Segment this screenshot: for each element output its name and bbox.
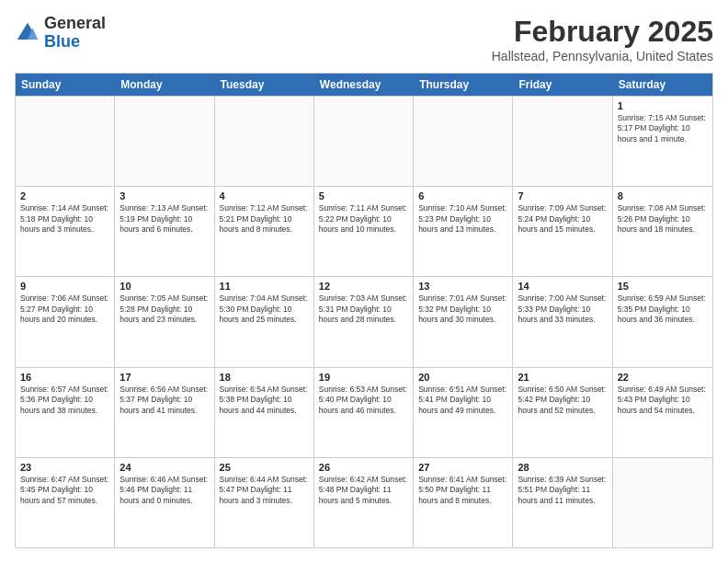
day-cell-1: 1Sunrise: 7:15 AM Sunset: 5:17 PM Daylig… bbox=[613, 97, 712, 186]
calendar-row-3: 16Sunrise: 6:57 AM Sunset: 5:36 PM Dayli… bbox=[16, 367, 712, 457]
day-number: 6 bbox=[418, 190, 507, 201]
day-number: 16 bbox=[20, 372, 109, 383]
day-info: Sunrise: 7:10 AM Sunset: 5:23 PM Dayligh… bbox=[418, 203, 507, 235]
weekday-header-thursday: Thursday bbox=[414, 74, 513, 96]
day-number: 17 bbox=[119, 372, 209, 383]
day-cell-5: 5Sunrise: 7:11 AM Sunset: 5:22 PM Daylig… bbox=[314, 187, 414, 276]
empty-cell-4-6 bbox=[613, 458, 712, 547]
day-number: 1 bbox=[618, 100, 708, 111]
day-info: Sunrise: 6:51 AM Sunset: 5:41 PM Dayligh… bbox=[418, 385, 507, 416]
calendar-body: 1Sunrise: 7:15 AM Sunset: 5:17 PM Daylig… bbox=[16, 96, 712, 547]
weekday-header-tuesday: Tuesday bbox=[215, 74, 314, 96]
logo-icon bbox=[15, 20, 40, 46]
title-block: February 2025 Hallstead, Pennsylvania, U… bbox=[492, 15, 713, 63]
day-number: 4 bbox=[220, 190, 309, 201]
day-info: Sunrise: 6:59 AM Sunset: 5:35 PM Dayligh… bbox=[618, 293, 708, 325]
calendar-row-4: 23Sunrise: 6:47 AM Sunset: 5:45 PM Dayli… bbox=[16, 457, 712, 547]
calendar-row-2: 9Sunrise: 7:06 AM Sunset: 5:27 PM Daylig… bbox=[16, 276, 712, 366]
day-cell-24: 24Sunrise: 6:46 AM Sunset: 5:46 PM Dayli… bbox=[115, 458, 214, 547]
weekday-header-friday: Friday bbox=[513, 74, 612, 96]
day-number: 22 bbox=[618, 372, 708, 383]
day-info: Sunrise: 6:46 AM Sunset: 5:46 PM Dayligh… bbox=[119, 475, 209, 506]
weekday-header-wednesday: Wednesday bbox=[314, 74, 414, 96]
day-number: 24 bbox=[119, 462, 209, 473]
day-number: 3 bbox=[119, 190, 209, 201]
day-number: 20 bbox=[418, 372, 507, 383]
day-info: Sunrise: 6:39 AM Sunset: 5:51 PM Dayligh… bbox=[518, 475, 607, 506]
calendar: SundayMondayTuesdayWednesdayThursdayFrid… bbox=[15, 73, 713, 548]
day-info: Sunrise: 6:50 AM Sunset: 5:42 PM Dayligh… bbox=[518, 385, 607, 416]
day-number: 14 bbox=[518, 281, 607, 292]
day-cell-22: 22Sunrise: 6:49 AM Sunset: 5:43 PM Dayli… bbox=[613, 368, 712, 457]
day-number: 26 bbox=[319, 462, 408, 473]
day-info: Sunrise: 7:12 AM Sunset: 5:21 PM Dayligh… bbox=[220, 203, 309, 235]
day-info: Sunrise: 7:06 AM Sunset: 5:27 PM Dayligh… bbox=[20, 293, 109, 325]
day-info: Sunrise: 7:13 AM Sunset: 5:19 PM Dayligh… bbox=[119, 203, 209, 235]
day-number: 19 bbox=[319, 372, 408, 383]
day-number: 9 bbox=[20, 281, 109, 292]
day-cell-21: 21Sunrise: 6:50 AM Sunset: 5:42 PM Dayli… bbox=[513, 368, 612, 457]
empty-cell-0-2 bbox=[215, 97, 314, 186]
day-info: Sunrise: 7:09 AM Sunset: 5:24 PM Dayligh… bbox=[518, 203, 607, 235]
day-info: Sunrise: 6:41 AM Sunset: 5:50 PM Dayligh… bbox=[418, 475, 507, 506]
day-info: Sunrise: 7:04 AM Sunset: 5:30 PM Dayligh… bbox=[220, 293, 309, 325]
day-info: Sunrise: 7:11 AM Sunset: 5:22 PM Dayligh… bbox=[319, 203, 408, 235]
day-info: Sunrise: 7:03 AM Sunset: 5:31 PM Dayligh… bbox=[319, 293, 408, 325]
day-cell-12: 12Sunrise: 7:03 AM Sunset: 5:31 PM Dayli… bbox=[314, 277, 414, 366]
day-number: 8 bbox=[618, 190, 708, 201]
calendar-header: SundayMondayTuesdayWednesdayThursdayFrid… bbox=[16, 74, 712, 96]
day-number: 5 bbox=[319, 190, 408, 201]
day-number: 23 bbox=[20, 462, 109, 473]
day-info: Sunrise: 6:42 AM Sunset: 5:48 PM Dayligh… bbox=[319, 475, 408, 506]
day-number: 28 bbox=[518, 462, 607, 473]
empty-cell-0-1 bbox=[115, 97, 214, 186]
day-cell-3: 3Sunrise: 7:13 AM Sunset: 5:19 PM Daylig… bbox=[115, 187, 214, 276]
empty-cell-0-5 bbox=[513, 97, 612, 186]
day-cell-27: 27Sunrise: 6:41 AM Sunset: 5:50 PM Dayli… bbox=[414, 458, 513, 547]
weekday-header-saturday: Saturday bbox=[613, 74, 712, 96]
day-cell-14: 14Sunrise: 7:00 AM Sunset: 5:33 PM Dayli… bbox=[513, 277, 612, 366]
day-info: Sunrise: 7:00 AM Sunset: 5:33 PM Dayligh… bbox=[518, 293, 607, 325]
day-info: Sunrise: 7:01 AM Sunset: 5:32 PM Dayligh… bbox=[418, 293, 507, 325]
day-cell-2: 2Sunrise: 7:14 AM Sunset: 5:18 PM Daylig… bbox=[16, 187, 115, 276]
day-cell-10: 10Sunrise: 7:05 AM Sunset: 5:28 PM Dayli… bbox=[115, 277, 214, 366]
day-number: 10 bbox=[119, 281, 209, 292]
day-info: Sunrise: 6:53 AM Sunset: 5:40 PM Dayligh… bbox=[319, 385, 408, 416]
logo-text: General Blue bbox=[44, 15, 106, 52]
day-info: Sunrise: 7:05 AM Sunset: 5:28 PM Dayligh… bbox=[119, 293, 209, 325]
logo: General Blue bbox=[15, 15, 106, 52]
day-cell-28: 28Sunrise: 6:39 AM Sunset: 5:51 PM Dayli… bbox=[513, 458, 612, 547]
weekday-header-monday: Monday bbox=[115, 74, 214, 96]
header: General Blue February 2025 Hallstead, Pe… bbox=[15, 15, 713, 63]
day-number: 21 bbox=[518, 372, 607, 383]
day-number: 27 bbox=[418, 462, 507, 473]
page: General Blue February 2025 Hallstead, Pe… bbox=[0, 0, 728, 563]
weekday-header-sunday: Sunday bbox=[16, 74, 115, 96]
day-cell-6: 6Sunrise: 7:10 AM Sunset: 5:23 PM Daylig… bbox=[414, 187, 513, 276]
day-cell-17: 17Sunrise: 6:56 AM Sunset: 5:37 PM Dayli… bbox=[115, 368, 214, 457]
empty-cell-0-4 bbox=[414, 97, 513, 186]
day-cell-9: 9Sunrise: 7:06 AM Sunset: 5:27 PM Daylig… bbox=[16, 277, 115, 366]
day-cell-23: 23Sunrise: 6:47 AM Sunset: 5:45 PM Dayli… bbox=[16, 458, 115, 547]
calendar-row-0: 1Sunrise: 7:15 AM Sunset: 5:17 PM Daylig… bbox=[16, 96, 712, 186]
day-info: Sunrise: 6:47 AM Sunset: 5:45 PM Dayligh… bbox=[20, 475, 109, 506]
day-cell-25: 25Sunrise: 6:44 AM Sunset: 5:47 PM Dayli… bbox=[215, 458, 314, 547]
day-info: Sunrise: 7:15 AM Sunset: 5:17 PM Dayligh… bbox=[618, 113, 708, 144]
day-number: 7 bbox=[518, 190, 607, 201]
day-cell-11: 11Sunrise: 7:04 AM Sunset: 5:30 PM Dayli… bbox=[215, 277, 314, 366]
day-info: Sunrise: 6:54 AM Sunset: 5:38 PM Dayligh… bbox=[220, 385, 309, 416]
day-cell-4: 4Sunrise: 7:12 AM Sunset: 5:21 PM Daylig… bbox=[215, 187, 314, 276]
day-info: Sunrise: 7:08 AM Sunset: 5:26 PM Dayligh… bbox=[618, 203, 708, 235]
calendar-row-1: 2Sunrise: 7:14 AM Sunset: 5:18 PM Daylig… bbox=[16, 186, 712, 276]
day-cell-18: 18Sunrise: 6:54 AM Sunset: 5:38 PM Dayli… bbox=[215, 368, 314, 457]
day-cell-26: 26Sunrise: 6:42 AM Sunset: 5:48 PM Dayli… bbox=[314, 458, 414, 547]
day-number: 15 bbox=[618, 281, 708, 292]
day-cell-20: 20Sunrise: 6:51 AM Sunset: 5:41 PM Dayli… bbox=[414, 368, 513, 457]
day-cell-16: 16Sunrise: 6:57 AM Sunset: 5:36 PM Dayli… bbox=[16, 368, 115, 457]
day-info: Sunrise: 6:56 AM Sunset: 5:37 PM Dayligh… bbox=[119, 385, 209, 416]
empty-cell-0-0 bbox=[16, 97, 115, 186]
day-number: 25 bbox=[220, 462, 309, 473]
day-cell-13: 13Sunrise: 7:01 AM Sunset: 5:32 PM Dayli… bbox=[414, 277, 513, 366]
location: Hallstead, Pennsylvania, United States bbox=[492, 49, 713, 63]
day-cell-15: 15Sunrise: 6:59 AM Sunset: 5:35 PM Dayli… bbox=[613, 277, 712, 366]
